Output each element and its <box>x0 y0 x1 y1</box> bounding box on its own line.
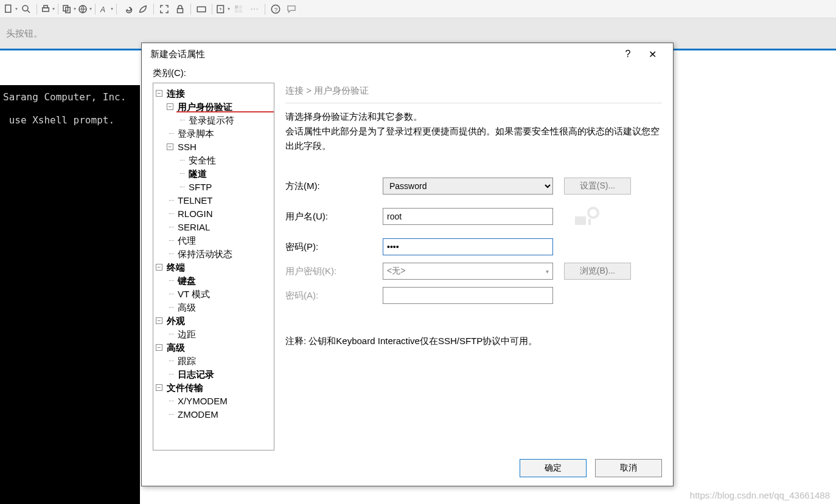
toolbar-new-icon[interactable] <box>3 2 18 16</box>
cancel-button[interactable]: 取消 <box>595 459 662 477</box>
username-input[interactable] <box>383 208 553 225</box>
toolbar-globe-icon[interactable] <box>77 2 92 16</box>
category-tree[interactable]: −连接 −用户身份验证 登录提示符 登录脚本 −SSH 安全性 隧道 SFTP <box>153 83 274 450</box>
password2-input <box>383 287 553 304</box>
toolbar-leaf-icon[interactable] <box>136 2 150 16</box>
svg-rect-18 <box>239 9 242 12</box>
collapse-icon[interactable]: − <box>156 264 162 271</box>
category-label: 类别(C): <box>153 65 662 83</box>
username-label: 用户名(U): <box>285 211 383 223</box>
tree-node-advanced[interactable]: −高级 跟踪 日志记录 <box>156 341 271 381</box>
settings-button: 设置(S)... <box>564 178 631 195</box>
toolbar-separator <box>116 4 117 15</box>
session-properties-dialog: 新建会话属性 ? ✕ 类别(C): −连接 −用户身份验证 登录提示符 登录脚本… <box>141 43 674 486</box>
method-label: 方法(M): <box>285 181 383 192</box>
close-button[interactable]: ✕ <box>640 45 664 63</box>
collapse-icon[interactable]: − <box>156 344 162 351</box>
svg-point-22 <box>588 208 598 218</box>
toolbar-help-icon[interactable]: ? <box>268 2 283 16</box>
tree-leaf-trace[interactable]: 跟踪 <box>167 354 271 368</box>
collapse-icon[interactable]: − <box>156 317 162 324</box>
tree-leaf-login-prompt[interactable]: 登录提示符 <box>178 114 271 127</box>
terminal-area[interactable]: Sarang Computer, Inc. use Xshell prompt. <box>0 85 140 504</box>
password-input[interactable] <box>383 238 553 255</box>
toolbar-keyboard-icon[interactable] <box>194 2 209 16</box>
toolbar-search-icon[interactable] <box>19 2 33 16</box>
tree-leaf-keepalive[interactable]: 保持活动状态 <box>167 247 271 261</box>
tree-node-ssh[interactable]: −SSH 安全性 隧道 SFTP <box>167 140 271 194</box>
help-button[interactable]: ? <box>616 45 640 63</box>
desc-line: 会话属性中此部分是为了登录过程更便捷而提供的。如果需要安全性很高的状态的话建议您… <box>285 124 662 153</box>
description-text: 请选择身份验证方法和其它参数。 会话属性中此部分是为了登录过程更便捷而提供的。如… <box>285 109 662 153</box>
tree-leaf-proxy[interactable]: 代理 <box>167 234 271 247</box>
tree-leaf-login-script[interactable]: 登录脚本 <box>167 127 271 140</box>
toolbar-print-icon[interactable] <box>40 2 55 16</box>
tree-node-appearance[interactable]: −外观 边距 <box>156 314 271 341</box>
note-text: 注释: 公钥和Keyboard Interactive仅在SSH/SFTP协议中… <box>285 336 662 347</box>
tree-node-terminal[interactable]: −终端 键盘 VT 模式 高级 <box>156 261 271 314</box>
tree-leaf-margin[interactable]: 边距 <box>167 328 271 341</box>
svg-rect-21 <box>575 216 586 225</box>
key-icon <box>571 202 601 231</box>
right-panel: 连接 > 用户身份验证 请选择身份验证方法和其它参数。 会话属性中此部分是为了登… <box>285 83 662 450</box>
main-toolbar: A + ⋯ ? <box>0 0 836 18</box>
terminal-line: use Xshell prompt. <box>3 114 114 126</box>
dialog-footer: 确定 取消 <box>153 450 662 477</box>
svg-rect-3 <box>43 7 49 11</box>
tree-leaf-zmodem[interactable]: ZMODEM <box>167 408 271 421</box>
toolbar-separator <box>212 4 212 15</box>
tree-node-connection[interactable]: −连接 −用户身份验证 登录提示符 登录脚本 −SSH 安全性 隧道 SFTP <box>156 87 271 261</box>
toolbar-lock-icon[interactable] <box>173 2 187 16</box>
banner-text: 头按钮。 <box>6 28 43 40</box>
toolbar-fullscreen-icon[interactable] <box>157 2 172 16</box>
tree-leaf-keyboard[interactable]: 键盘 <box>167 274 271 288</box>
svg-rect-17 <box>235 9 238 12</box>
tree-leaf-telnet[interactable]: TELNET <box>167 194 271 207</box>
toolbar-separator <box>58 4 58 15</box>
toolbar-separator <box>153 4 154 15</box>
tree-leaf-security[interactable]: 安全性 <box>178 154 271 167</box>
password2-label: 密码(A): <box>285 290 383 302</box>
toolbar-separator <box>37 4 37 15</box>
tree-leaf-rlogin[interactable]: RLOGIN <box>167 207 271 221</box>
svg-rect-4 <box>44 5 47 8</box>
svg-text:A: A <box>100 5 105 13</box>
chevron-down-icon: ▾ <box>546 268 549 275</box>
tree-leaf-tunnel[interactable]: 隧道 <box>178 167 271 181</box>
tree-leaf-serial[interactable]: SERIAL <box>167 221 271 234</box>
toolbar-separator <box>95 4 96 15</box>
toolbar-separator <box>265 4 265 15</box>
dialog-title: 新建会话属性 <box>150 49 205 60</box>
tree-leaf-vtmode[interactable]: VT 模式 <box>167 288 271 301</box>
method-select[interactable]: Password <box>383 178 553 195</box>
toolbar-dots-icon[interactable]: ⋯ <box>247 2 262 16</box>
toolbar-font-icon[interactable]: A <box>99 2 113 16</box>
collapse-icon[interactable]: − <box>167 103 173 110</box>
ok-button[interactable]: 确定 <box>520 459 587 477</box>
tree-node-filetransfer[interactable]: −文件传输 X/YMODEM ZMODEM <box>156 381 271 421</box>
tree-leaf-sftp[interactable]: SFTP <box>178 181 271 194</box>
svg-rect-9 <box>178 9 183 13</box>
terminal-line: Sarang Computer, Inc. <box>3 91 126 103</box>
collapse-icon[interactable]: − <box>167 143 173 150</box>
toolbar-chat-icon[interactable] <box>284 2 299 16</box>
breadcrumb: 连接 > 用户身份验证 <box>285 85 662 103</box>
svg-rect-23 <box>588 219 591 225</box>
tree-leaf-advanced[interactable]: 高级 <box>167 301 271 314</box>
toolbar-add-icon[interactable]: + <box>215 2 230 16</box>
svg-text:+: + <box>219 6 222 12</box>
svg-rect-16 <box>239 5 242 9</box>
tree-node-auth[interactable]: −用户身份验证 登录提示符 <box>167 100 271 127</box>
toolbar-copy-icon[interactable] <box>61 2 76 16</box>
collapse-icon[interactable]: − <box>156 384 162 391</box>
userkey-select: <无>▾ <box>383 263 553 280</box>
desc-line: 请选择身份验证方法和其它参数。 <box>285 109 662 124</box>
tree-leaf-log[interactable]: 日志记录 <box>167 368 271 381</box>
toolbar-spiral-icon[interactable] <box>120 2 134 16</box>
tree-leaf-xymodem[interactable]: X/YMODEM <box>167 395 271 408</box>
toolbar-tiles-icon[interactable] <box>231 2 246 16</box>
svg-line-2 <box>27 10 30 13</box>
watermark-text: https://blog.csdn.net/qq_43661488 <box>690 490 830 500</box>
collapse-icon[interactable]: − <box>156 90 162 97</box>
browse-button: 浏览(B)... <box>564 263 631 280</box>
